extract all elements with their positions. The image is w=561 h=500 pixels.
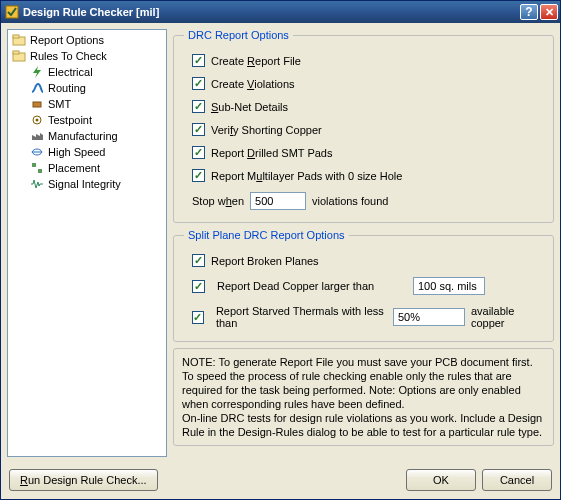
available-copper-label: available copper [471, 305, 543, 329]
tree-label: Signal Integrity [48, 178, 121, 190]
create-violations-checkbox[interactable] [192, 77, 205, 90]
svg-rect-8 [32, 163, 36, 167]
note-line: NOTE: To generate Report File you must s… [182, 355, 545, 369]
tree-label: Rules To Check [30, 50, 107, 62]
right-panel: DRC Report Options Create Report File Cr… [173, 29, 554, 457]
tree-label: Placement [48, 162, 100, 174]
tree-manufacturing[interactable]: Manufacturing [8, 128, 166, 144]
tree-signal-integrity[interactable]: Signal Integrity [8, 176, 166, 192]
report-broken-planes-label: Report Broken Planes [211, 255, 319, 267]
tree-rules-to-check[interactable]: Rules To Check [8, 48, 166, 64]
tree-label: Testpoint [48, 114, 92, 126]
tree-label: High Speed [48, 146, 106, 158]
stop-when-label: Stop when [192, 195, 244, 207]
report-broken-planes-checkbox[interactable] [192, 254, 205, 267]
report-dead-copper-checkbox[interactable] [192, 280, 205, 293]
report-starved-thermals-label: Report Starved Thermals with less than [216, 305, 387, 329]
create-report-file-label: Create Report File [211, 55, 301, 67]
group-legend: Split Plane DRC Report Options [184, 229, 349, 241]
smt-icon [30, 97, 44, 111]
starved-thermals-input[interactable] [393, 308, 465, 326]
electrical-icon [30, 65, 44, 79]
report-drilled-smt-checkbox[interactable] [192, 146, 205, 159]
note-box: NOTE: To generate Report File you must s… [173, 348, 554, 446]
report-drilled-smt-label: Report Drilled SMT Pads [211, 147, 332, 159]
app-icon [5, 5, 19, 19]
window-title: Design Rule Checker [mil] [23, 6, 518, 18]
testpoint-icon [30, 113, 44, 127]
ok-button[interactable]: OK [406, 469, 476, 491]
tree-placement[interactable]: Placement [8, 160, 166, 176]
subnet-details-label: Sub-Net Details [211, 101, 288, 113]
svg-rect-4 [13, 51, 19, 54]
svg-point-7 [36, 119, 39, 122]
close-button[interactable]: ✕ [540, 4, 558, 20]
run-drc-button[interactable]: Run Design Rule Check... [9, 469, 158, 491]
tree-report-options[interactable]: Report Options [8, 32, 166, 48]
create-report-file-checkbox[interactable] [192, 54, 205, 67]
verify-shorting-copper-checkbox[interactable] [192, 123, 205, 136]
tree-testpoint[interactable]: Testpoint [8, 112, 166, 128]
tree-electrical[interactable]: Electrical [8, 64, 166, 80]
cancel-button[interactable]: Cancel [482, 469, 552, 491]
report-multilayer-checkbox[interactable] [192, 169, 205, 182]
tree-panel: Report Options Rules To Check Electrical… [7, 29, 167, 457]
tree-label: SMT [48, 98, 71, 110]
signal-integrity-icon [30, 177, 44, 191]
report-starved-thermals-checkbox[interactable] [192, 311, 204, 324]
split-plane-group: Split Plane DRC Report Options Report Br… [173, 229, 554, 342]
manufacturing-icon [30, 129, 44, 143]
high-speed-icon [30, 145, 44, 159]
dead-copper-input[interactable] [413, 277, 485, 295]
tree-label: Routing [48, 82, 86, 94]
report-dead-copper-label: Report Dead Copper larger than [217, 280, 407, 292]
folder-icon [12, 33, 26, 47]
verify-shorting-copper-label: Verify Shorting Copper [211, 124, 322, 136]
dialog-body: Report Options Rules To Check Electrical… [1, 23, 560, 465]
note-line: On-line DRC tests for design rule violat… [182, 411, 545, 439]
svg-rect-5 [33, 102, 41, 107]
svg-rect-2 [13, 35, 19, 38]
tree-routing[interactable]: Routing [8, 80, 166, 96]
tree-label: Electrical [48, 66, 93, 78]
svg-rect-9 [38, 169, 42, 173]
help-button[interactable]: ? [520, 4, 538, 20]
button-bar: Run Design Rule Check... OK Cancel [1, 465, 560, 499]
titlebar: Design Rule Checker [mil] ? ✕ [1, 1, 560, 23]
tree-label: Manufacturing [48, 130, 118, 142]
note-line: To speed the process of rule checking en… [182, 369, 545, 411]
tree-smt[interactable]: SMT [8, 96, 166, 112]
dialog-window: Design Rule Checker [mil] ? ✕ Report Opt… [0, 0, 561, 500]
stop-when-input[interactable] [250, 192, 306, 210]
drc-report-options-group: DRC Report Options Create Report File Cr… [173, 29, 554, 223]
create-violations-label: Create Violations [211, 78, 295, 90]
tree-high-speed[interactable]: High Speed [8, 144, 166, 160]
subnet-details-checkbox[interactable] [192, 100, 205, 113]
routing-icon [30, 81, 44, 95]
folder-icon [12, 49, 26, 63]
group-legend: DRC Report Options [184, 29, 293, 41]
tree-label: Report Options [30, 34, 104, 46]
report-multilayer-label: Report Multilayer Pads with 0 size Hole [211, 170, 402, 182]
placement-icon [30, 161, 44, 175]
stop-when-suffix: violations found [312, 195, 388, 207]
